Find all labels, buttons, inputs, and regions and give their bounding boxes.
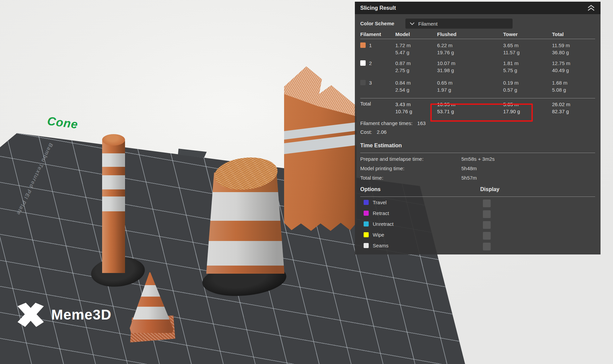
- table-row: 1 1.72 m5.47 g 6.22 m19.76 g 3.65 m11.57…: [360, 42, 595, 56]
- col-header-tower: Tower: [503, 31, 552, 37]
- col-header-filament: Filament: [360, 31, 395, 37]
- divider: [360, 153, 595, 153]
- panel-header: Slicing Result: [355, 2, 601, 14]
- slicing-result-panel: Slicing Result Color Scheme Filament Fil…: [355, 2, 601, 254]
- seams-display-checkbox[interactable]: [483, 243, 491, 250]
- model-striped-post[interactable]: [102, 138, 125, 273]
- divider: [360, 196, 595, 197]
- filament-swatch: [360, 42, 366, 48]
- option-row-wipe: Wipe: [364, 232, 384, 238]
- unretract-color-swatch: [364, 221, 369, 226]
- travel-color-swatch: [364, 200, 369, 205]
- option-row-unretract: Unretract: [364, 221, 394, 227]
- retract-display-checkbox[interactable]: [483, 210, 491, 218]
- time-row: Total time: 5h57m: [360, 175, 383, 181]
- meme3d-logo-icon: [17, 302, 44, 328]
- time-estimation-title: Time Estimation: [360, 143, 595, 149]
- filament-swatch: [360, 80, 366, 85]
- model-striped-post-cap[interactable]: [102, 134, 125, 146]
- time-row: Prepare and timelapse time: 5m58s + 3m2s: [360, 156, 424, 162]
- filament-change-row: Filament change times: 163: [360, 120, 595, 126]
- color-scheme-label: Color Scheme: [360, 21, 394, 26]
- panel-title: Slicing Result: [360, 5, 396, 11]
- color-scheme-dropdown[interactable]: Filament: [405, 19, 513, 29]
- color-scheme-value: Filament: [418, 21, 438, 27]
- filament-swatch: [360, 60, 366, 66]
- time-row: Model printing time: 5h48m: [360, 165, 404, 171]
- prime-tower[interactable]: [284, 65, 357, 234]
- option-row-retract: Retract: [364, 210, 389, 216]
- highlight-annotation-box: [430, 103, 533, 122]
- col-header-total: Total: [552, 31, 595, 37]
- travel-display-checkbox[interactable]: [483, 200, 491, 207]
- retract-color-swatch: [364, 211, 369, 216]
- option-row-travel: Travel: [364, 200, 387, 205]
- col-header-model: Model: [395, 31, 437, 37]
- table-header-row: Filament Model Flushed Tower Total: [360, 31, 595, 37]
- divider: [360, 98, 595, 98]
- seams-color-swatch: [364, 243, 369, 248]
- display-title: Display: [480, 186, 499, 192]
- unretract-display-checkbox[interactable]: [483, 221, 491, 229]
- option-row-seams: Seams: [364, 243, 389, 248]
- watermark: Meme3D: [17, 302, 112, 328]
- chevron-down-icon: [409, 22, 415, 25]
- wipe-color-swatch: [364, 232, 369, 237]
- color-scheme-row: Color Scheme Filament: [360, 19, 595, 29]
- collapse-panel-icon[interactable]: [587, 4, 595, 12]
- watermark-text: Meme3D: [51, 307, 112, 323]
- table-row: 2 0.87 m2.75 g 10.07 m31.98 g 1.81 m5.75…: [360, 60, 595, 74]
- table-row: 3 0.84 m2.54 g 0.65 m1.97 g 0.19 m0.57 g…: [360, 79, 595, 93]
- wipe-display-checkbox[interactable]: [483, 232, 491, 240]
- options-title: Options: [360, 186, 595, 192]
- divider: [360, 39, 595, 39]
- prime-tower-top-infill: [284, 65, 357, 119]
- col-header-flushed: Flushed: [437, 31, 503, 37]
- model-name-label: Cone: [47, 114, 79, 131]
- cost-row: Cost: 2.06: [360, 129, 595, 135]
